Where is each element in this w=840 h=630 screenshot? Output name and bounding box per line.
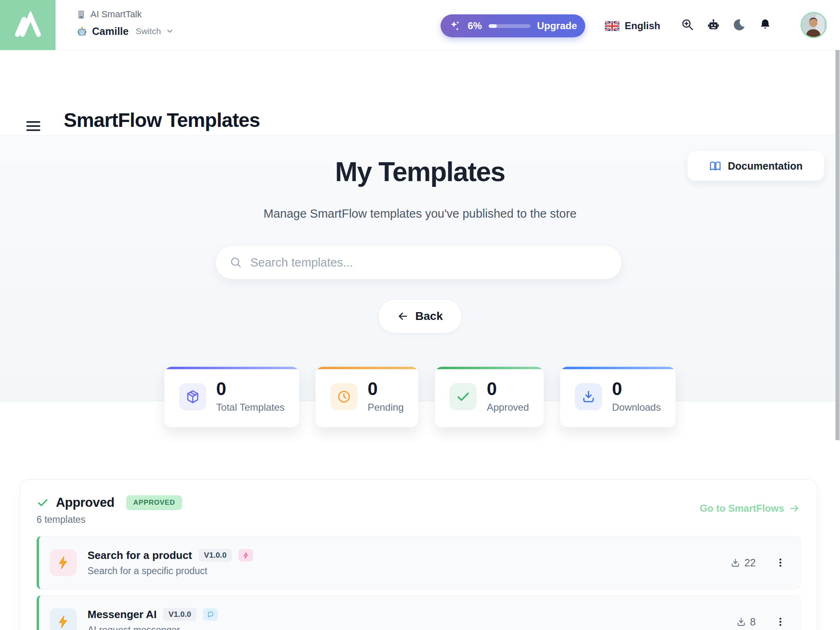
back-button[interactable]: Back <box>378 299 462 333</box>
stat-value: 0 <box>367 380 404 398</box>
download-icon <box>575 383 602 410</box>
assistant-name: Camille <box>92 25 129 37</box>
logo-mark-icon <box>12 11 44 39</box>
check-icon <box>450 383 477 410</box>
chat-bubble-icon <box>203 608 218 621</box>
arrow-right-icon <box>789 503 800 514</box>
stat-label: Pending <box>367 402 404 413</box>
check-icon <box>37 497 49 509</box>
template-name: Search for a product <box>88 549 192 562</box>
usage-progress-bar <box>489 24 531 28</box>
stat-card-pending: 0 Pending <box>316 367 418 427</box>
chevron-down-icon <box>166 27 174 35</box>
package-icon <box>179 383 206 410</box>
stat-label: Approved <box>487 402 529 413</box>
download-icon <box>730 558 741 568</box>
building-icon <box>76 10 86 19</box>
hero-section: Documentation My Templates Manage SmartF… <box>0 136 840 401</box>
stats-row: 0 Total Templates 0 Pending <box>0 367 840 427</box>
download-count: 22 <box>730 557 756 569</box>
uk-flag-icon <box>605 21 619 31</box>
stat-card-total-templates: 0 Total Templates <box>164 367 299 427</box>
arrow-left-icon <box>397 310 409 322</box>
template-search <box>215 245 622 280</box>
version-badge: V1.0.0 <box>198 549 232 562</box>
stat-accent-bar <box>560 367 676 369</box>
row-menu-button[interactable] <box>773 553 788 572</box>
lightning-pink-icon <box>238 549 253 561</box>
panel-header: Approved APPROVED <box>37 495 801 510</box>
org-row: AI SmartTalk <box>76 7 174 21</box>
menu-toggle-button[interactable] <box>26 120 42 133</box>
panel-title: Approved <box>56 495 114 510</box>
go-to-smartflows-link[interactable]: Go to SmartFlows <box>700 503 800 514</box>
stat-accent-bar <box>164 367 299 369</box>
template-description: AI request messenger <box>88 625 218 630</box>
scrollbar-thumb[interactable] <box>835 50 840 440</box>
version-badge: V1.0.0 <box>163 608 196 621</box>
back-label: Back <box>415 310 443 323</box>
switch-label: Switch <box>136 26 161 36</box>
status-badge: APPROVED <box>126 495 182 510</box>
clock-icon <box>330 383 358 410</box>
upgrade-button[interactable]: 6% Upgrade <box>441 14 585 37</box>
upgrade-label: Upgrade <box>537 20 577 32</box>
template-list: Search for a product V1.0.0 Search for a… <box>37 536 801 630</box>
header-icon-group <box>679 11 774 38</box>
page-title: SmartFlow Templates <box>64 109 260 131</box>
app-screen: AI SmartTalk Camille Switc <box>0 0 840 630</box>
hero-subtitle: Manage SmartFlow templates you've publis… <box>0 207 840 221</box>
stat-accent-bar <box>316 367 418 369</box>
robot-avatar-icon <box>76 26 88 37</box>
stat-label: Downloads <box>612 402 661 413</box>
org-assistant-switcher: AI SmartTalk Camille Switc <box>76 7 174 39</box>
user-avatar[interactable] <box>801 12 827 38</box>
lightning-icon <box>50 608 77 630</box>
assistant-switcher[interactable]: Camille Switch <box>76 23 174 39</box>
download-count: 8 <box>736 616 756 628</box>
moon-icon[interactable] <box>731 11 748 38</box>
stat-accent-bar <box>435 367 544 369</box>
language-selector[interactable]: English <box>605 14 660 37</box>
org-name: AI SmartTalk <box>90 9 142 20</box>
stat-card-downloads: 0 Downloads <box>560 367 676 427</box>
page-title-section: SmartFlow Templates Administration / My … <box>0 51 840 136</box>
row-menu-button[interactable] <box>773 612 788 630</box>
bell-icon[interactable] <box>757 11 774 38</box>
zoom-in-icon[interactable] <box>679 11 696 38</box>
templates-count: 6 templates <box>37 514 801 525</box>
app-logo[interactable] <box>0 0 55 50</box>
template-row-search-for-a-product[interactable]: Search for a product V1.0.0 Search for a… <box>37 536 801 589</box>
sparkles-icon <box>449 20 461 32</box>
top-header: AI SmartTalk Camille Switc <box>0 0 840 50</box>
lightning-icon <box>50 549 77 576</box>
search-input[interactable] <box>250 256 608 269</box>
usage-progress-fill <box>489 24 497 28</box>
search-icon <box>230 256 242 269</box>
template-row-messenger-ai[interactable]: Messenger AI V1.0.0 AI request messenger <box>37 595 801 630</box>
hero-title: My Templates <box>0 156 840 187</box>
stat-card-approved: 0 Approved <box>435 367 544 427</box>
download-icon <box>736 617 746 627</box>
stat-value: 0 <box>216 380 284 398</box>
robot-icon[interactable] <box>705 11 722 38</box>
stat-value: 0 <box>612 380 661 398</box>
stat-value: 0 <box>487 380 529 398</box>
approved-templates-panel: Approved APPROVED 6 templates Go to Smar… <box>20 479 817 630</box>
template-description: Search for a specific product <box>88 566 253 577</box>
usage-percent: 6% <box>468 20 482 32</box>
language-label: English <box>625 20 660 32</box>
template-name: Messenger AI <box>88 608 157 621</box>
stat-label: Total Templates <box>216 402 284 413</box>
